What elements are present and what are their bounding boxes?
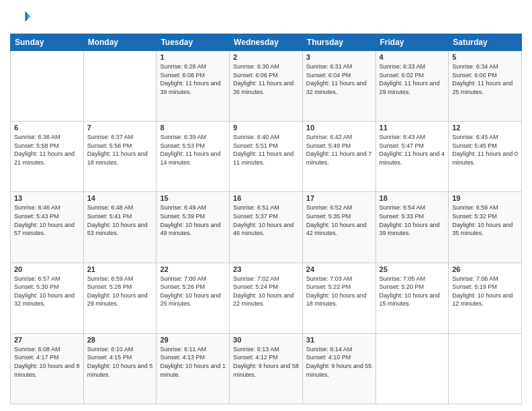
day-info: Sunrise: 6:42 AM Sunset: 5:49 PM Dayligh… [306, 133, 372, 167]
day-number: 31 [306, 336, 372, 344]
calendar-cell: 4Sunrise: 6:33 AM Sunset: 6:02 PM Daylig… [375, 51, 449, 122]
calendar-cell: 27Sunrise: 6:08 AM Sunset: 4:17 PM Dayli… [11, 333, 84, 404]
day-number: 8 [160, 124, 226, 132]
weekday-header-thursday: Thursday [302, 34, 375, 51]
calendar-cell: 1Sunrise: 6:28 AM Sunset: 6:08 PM Daylig… [157, 51, 230, 122]
day-number: 7 [87, 124, 153, 132]
day-number: 18 [380, 194, 445, 202]
day-number: 20 [14, 265, 80, 273]
top-section [10, 7, 522, 28]
day-info: Sunrise: 6:49 AM Sunset: 5:39 PM Dayligh… [160, 203, 226, 237]
day-number: 29 [160, 336, 226, 344]
calendar-cell: 11Sunrise: 6:43 AM Sunset: 5:47 PM Dayli… [375, 122, 449, 192]
calendar-cell [11, 51, 84, 122]
day-info: Sunrise: 6:56 AM Sunset: 5:32 PM Dayligh… [452, 203, 518, 237]
day-number: 4 [380, 53, 445, 61]
day-info: Sunrise: 6:43 AM Sunset: 5:47 PM Dayligh… [380, 133, 445, 167]
day-info: Sunrise: 6:40 AM Sunset: 5:51 PM Dayligh… [233, 133, 299, 167]
day-number: 24 [306, 265, 372, 273]
calendar-cell: 19Sunrise: 6:56 AM Sunset: 5:32 PM Dayli… [449, 192, 522, 263]
day-number: 17 [306, 194, 372, 202]
calendar-week-4: 20Sunrise: 6:57 AM Sunset: 5:30 PM Dayli… [11, 263, 522, 333]
day-number: 28 [87, 336, 153, 344]
calendar-week-2: 6Sunrise: 6:36 AM Sunset: 5:58 PM Daylig… [11, 122, 522, 192]
day-info: Sunrise: 6:57 AM Sunset: 5:30 PM Dayligh… [14, 275, 80, 308]
day-info: Sunrise: 6:30 AM Sunset: 6:06 PM Dayligh… [233, 62, 299, 96]
calendar-cell: 21Sunrise: 6:59 AM Sunset: 5:28 PM Dayli… [83, 263, 157, 333]
day-info: Sunrise: 6:46 AM Sunset: 5:43 PM Dayligh… [14, 203, 80, 237]
day-number: 19 [452, 194, 518, 202]
calendar-cell: 31Sunrise: 6:14 AM Sunset: 4:10 PM Dayli… [302, 333, 375, 404]
weekday-header-row: SundayMondayTuesdayWednesdayThursdayFrid… [11, 34, 522, 51]
calendar-page: SundayMondayTuesdayWednesdayThursdayFrid… [0, 0, 532, 411]
day-info: Sunrise: 6:10 AM Sunset: 4:15 PM Dayligh… [87, 345, 153, 379]
calendar-cell: 12Sunrise: 6:45 AM Sunset: 5:45 PM Dayli… [449, 122, 522, 192]
calendar-week-3: 13Sunrise: 6:46 AM Sunset: 5:43 PM Dayli… [11, 192, 522, 263]
calendar-body: 1Sunrise: 6:28 AM Sunset: 6:08 PM Daylig… [11, 51, 522, 404]
calendar-week-5: 27Sunrise: 6:08 AM Sunset: 4:17 PM Dayli… [11, 333, 522, 404]
day-number: 11 [380, 124, 445, 132]
calendar-cell: 30Sunrise: 6:13 AM Sunset: 4:12 PM Dayli… [230, 333, 303, 404]
day-info: Sunrise: 6:59 AM Sunset: 5:28 PM Dayligh… [87, 275, 153, 308]
day-info: Sunrise: 7:06 AM Sunset: 5:19 PM Dayligh… [452, 275, 518, 308]
day-number: 25 [380, 265, 445, 273]
calendar-cell: 22Sunrise: 7:00 AM Sunset: 5:26 PM Dayli… [157, 263, 230, 333]
weekday-header-friday: Friday [375, 34, 449, 51]
weekday-header-wednesday: Wednesday [230, 34, 303, 51]
day-info: Sunrise: 7:00 AM Sunset: 5:26 PM Dayligh… [160, 275, 226, 308]
calendar-cell: 13Sunrise: 6:46 AM Sunset: 5:43 PM Dayli… [11, 192, 84, 263]
calendar-cell: 29Sunrise: 6:11 AM Sunset: 4:13 PM Dayli… [157, 333, 230, 404]
logo-icon [10, 7, 32, 28]
day-number: 10 [306, 124, 372, 132]
day-number: 16 [233, 194, 299, 202]
day-info: Sunrise: 7:05 AM Sunset: 5:20 PM Dayligh… [380, 275, 445, 308]
day-number: 5 [452, 53, 518, 61]
calendar-cell: 10Sunrise: 6:42 AM Sunset: 5:49 PM Dayli… [302, 122, 375, 192]
weekday-header-saturday: Saturday [449, 34, 522, 51]
day-number: 13 [14, 194, 80, 202]
calendar-cell [449, 333, 522, 404]
day-number: 21 [87, 265, 153, 273]
day-number: 12 [452, 124, 518, 132]
day-info: Sunrise: 6:39 AM Sunset: 5:53 PM Dayligh… [160, 133, 226, 167]
calendar-cell: 2Sunrise: 6:30 AM Sunset: 6:06 PM Daylig… [230, 51, 303, 122]
day-info: Sunrise: 6:08 AM Sunset: 4:17 PM Dayligh… [14, 345, 80, 379]
calendar-cell: 14Sunrise: 6:48 AM Sunset: 5:41 PM Dayli… [83, 192, 157, 263]
calendar-cell: 28Sunrise: 6:10 AM Sunset: 4:15 PM Dayli… [83, 333, 157, 404]
day-info: Sunrise: 6:51 AM Sunset: 5:37 PM Dayligh… [233, 203, 299, 237]
day-info: Sunrise: 7:03 AM Sunset: 5:22 PM Dayligh… [306, 275, 372, 308]
day-number: 6 [14, 124, 80, 132]
calendar-cell: 3Sunrise: 6:31 AM Sunset: 6:04 PM Daylig… [302, 51, 375, 122]
calendar-cell: 5Sunrise: 6:34 AM Sunset: 6:00 PM Daylig… [449, 51, 522, 122]
day-info: Sunrise: 6:34 AM Sunset: 6:00 PM Dayligh… [452, 62, 518, 96]
day-info: Sunrise: 6:33 AM Sunset: 6:02 PM Dayligh… [380, 62, 445, 96]
calendar-cell: 17Sunrise: 6:52 AM Sunset: 5:35 PM Dayli… [302, 192, 375, 263]
calendar-cell [83, 51, 157, 122]
calendar-cell: 23Sunrise: 7:02 AM Sunset: 5:24 PM Dayli… [230, 263, 303, 333]
day-number: 1 [160, 53, 226, 61]
day-info: Sunrise: 6:28 AM Sunset: 6:08 PM Dayligh… [160, 62, 226, 96]
calendar-cell: 26Sunrise: 7:06 AM Sunset: 5:19 PM Dayli… [449, 263, 522, 333]
calendar-cell: 8Sunrise: 6:39 AM Sunset: 5:53 PM Daylig… [157, 122, 230, 192]
logo-area [10, 7, 34, 28]
day-info: Sunrise: 6:48 AM Sunset: 5:41 PM Dayligh… [87, 203, 153, 237]
day-info: Sunrise: 6:54 AM Sunset: 5:33 PM Dayligh… [380, 203, 445, 237]
day-number: 30 [233, 336, 299, 344]
calendar-cell: 24Sunrise: 7:03 AM Sunset: 5:22 PM Dayli… [302, 263, 375, 333]
day-info: Sunrise: 6:31 AM Sunset: 6:04 PM Dayligh… [306, 62, 372, 96]
day-info: Sunrise: 6:36 AM Sunset: 5:58 PM Dayligh… [14, 133, 80, 167]
day-info: Sunrise: 6:13 AM Sunset: 4:12 PM Dayligh… [233, 345, 299, 379]
calendar-week-1: 1Sunrise: 6:28 AM Sunset: 6:08 PM Daylig… [11, 51, 522, 122]
day-number: 2 [233, 53, 299, 61]
weekday-header-tuesday: Tuesday [157, 34, 230, 51]
day-info: Sunrise: 6:37 AM Sunset: 5:56 PM Dayligh… [87, 133, 153, 167]
day-info: Sunrise: 6:11 AM Sunset: 4:13 PM Dayligh… [160, 345, 226, 379]
weekday-header-monday: Monday [83, 34, 157, 51]
calendar-cell: 6Sunrise: 6:36 AM Sunset: 5:58 PM Daylig… [11, 122, 84, 192]
calendar-cell [375, 333, 449, 404]
day-number: 23 [233, 265, 299, 273]
calendar-cell: 18Sunrise: 6:54 AM Sunset: 5:33 PM Dayli… [375, 192, 449, 263]
calendar-cell: 20Sunrise: 6:57 AM Sunset: 5:30 PM Dayli… [11, 263, 84, 333]
day-info: Sunrise: 6:14 AM Sunset: 4:10 PM Dayligh… [306, 345, 372, 379]
day-number: 26 [452, 265, 518, 273]
